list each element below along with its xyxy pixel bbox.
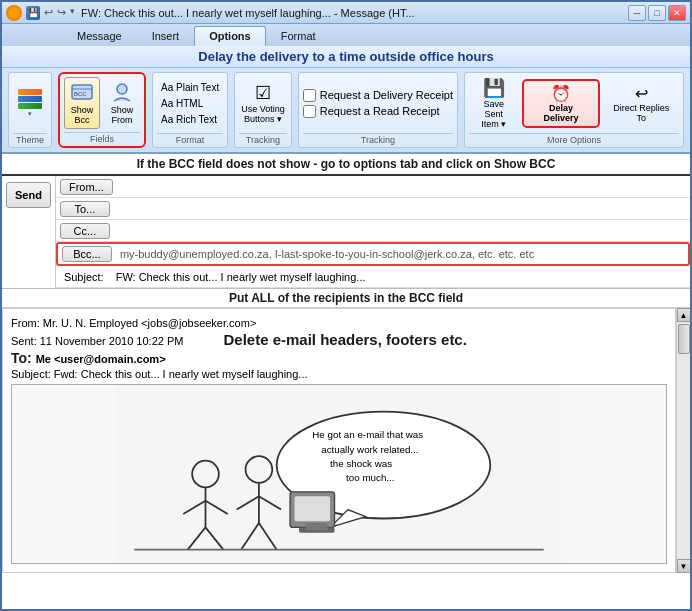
subject-row: Subject: xyxy=(56,266,690,288)
tracking-group: Request a Delivery Receipt Request a Rea… xyxy=(298,72,458,148)
subject-line: Subject: Fwd: Check this out... I nearly… xyxy=(11,368,667,380)
voting-button[interactable]: ☑ Use VotingButtons ▾ xyxy=(239,80,287,126)
from-input[interactable] xyxy=(117,179,690,195)
comic-area: He got an e-mail that was actually work … xyxy=(11,384,667,564)
fields-buttons: BCC ShowBcc ShowFrom xyxy=(64,76,140,130)
show-from-button[interactable]: ShowFrom xyxy=(104,77,140,129)
undo-icon[interactable]: ↩ xyxy=(44,6,53,20)
svg-rect-26 xyxy=(306,523,327,530)
delay-delivery-button[interactable]: ⏰ Delay Delivery xyxy=(522,79,599,128)
tab-format[interactable]: Format xyxy=(266,26,331,46)
bcc-row: Bcc... xyxy=(56,242,690,266)
html-button[interactable]: Aa HTML xyxy=(157,96,207,111)
bcc-input[interactable] xyxy=(116,246,688,262)
maximize-button[interactable]: □ xyxy=(648,5,666,21)
format-group: Aa Plain Text Aa HTML Aa Rich Text Forma… xyxy=(152,72,228,148)
show-bcc-button[interactable]: BCC ShowBcc xyxy=(64,77,100,129)
tab-row: Message Insert Options Format xyxy=(2,24,690,46)
voting-icon: ☑ xyxy=(255,82,271,104)
email-header: From: Mr. U. N. Employed <jobs@jobseeker… xyxy=(11,317,667,380)
svg-rect-24 xyxy=(295,496,331,521)
to-row: To... xyxy=(56,198,690,220)
read-receipt-row: Request a Read Receipt xyxy=(303,105,440,118)
format-label: Format xyxy=(157,133,223,145)
send-button[interactable]: Send xyxy=(6,182,51,208)
window-title: FW: Check this out... I nearly wet mysel… xyxy=(81,7,628,19)
voting-group: ☑ Use VotingButtons ▾ Tracking xyxy=(234,72,292,148)
cc-button[interactable]: Cc... xyxy=(60,223,110,239)
direct-replies-button[interactable]: ↩ Direct Replies To xyxy=(604,82,679,125)
format-buttons: Aa Plain Text Aa HTML Aa Rich Text xyxy=(157,75,223,131)
bcc-annotation-text: If the BCC field does not show - go to o… xyxy=(137,157,556,171)
show-from-icon xyxy=(109,80,135,106)
tab-insert[interactable]: Insert xyxy=(137,26,195,46)
delay-annotation-text: Delay the delivery to a time outside off… xyxy=(198,49,493,64)
plain-text-button[interactable]: Aa Plain Text xyxy=(157,80,223,95)
read-receipt-label: Request a Read Receipt xyxy=(320,105,440,117)
rich-text-button[interactable]: Aa Rich Text xyxy=(157,112,221,127)
send-btn-area: Send xyxy=(2,176,56,288)
dropdown-icon[interactable]: ▾ xyxy=(70,6,75,20)
theme-label: Theme xyxy=(13,133,47,145)
delivery-receipt-row: Request a Delivery Receipt xyxy=(303,89,453,102)
voting-content: ☑ Use VotingButtons ▾ xyxy=(239,75,287,131)
tab-message[interactable]: Message xyxy=(62,26,137,46)
show-bcc-icon: BCC xyxy=(69,80,95,106)
scrollbar-thumb[interactable] xyxy=(678,324,690,354)
delay-annotation-banner: Delay the delivery to a time outside off… xyxy=(2,46,690,68)
ribbon: Message Insert Options Format Delay the … xyxy=(2,24,690,154)
comic-image: He got an e-mail that was actually work … xyxy=(12,385,666,563)
theme-icon[interactable]: ▾ xyxy=(18,89,42,118)
show-from-label: ShowFrom xyxy=(111,106,134,126)
from-line: From: Mr. U. N. Employed <jobs@jobseeker… xyxy=(11,317,667,329)
delivery-receipt-checkbox[interactable] xyxy=(303,89,316,102)
tracking-label: Tracking xyxy=(239,133,287,145)
scroll-down-button[interactable]: ▼ xyxy=(677,559,691,573)
redo-icon[interactable]: ↪ xyxy=(57,6,66,20)
to-value: Me <user@domain.com> xyxy=(36,353,166,365)
to-line: To: Me <user@domain.com> xyxy=(11,350,667,366)
cc-row: Cc... xyxy=(56,220,690,242)
delete-annotation: Delete e-mail headers, footers etc. xyxy=(223,331,466,348)
svg-point-3 xyxy=(117,84,127,94)
sent-line: Sent: 11 November 2010 10:22 PM xyxy=(11,335,183,347)
tab-options[interactable]: Options xyxy=(194,26,266,46)
cc-input[interactable] xyxy=(114,223,690,239)
recipients-annotation: Put ALL of the recipients in the BCC fie… xyxy=(2,289,690,308)
theme-icon-area: ▾ xyxy=(18,75,42,131)
subject-input[interactable] xyxy=(112,269,690,285)
quick-access: 💾 ↩ ↪ ▾ xyxy=(26,6,75,20)
voting-label: Use VotingButtons ▾ xyxy=(241,104,285,124)
close-button[interactable]: ✕ xyxy=(668,5,686,21)
to-input[interactable] xyxy=(114,201,690,217)
svg-text:He got an e-mail that was: He got an e-mail that was xyxy=(312,429,423,440)
fields-group: BCC ShowBcc ShowFrom Fields xyxy=(58,72,146,148)
from-button[interactable]: From... xyxy=(60,179,113,195)
more-options-content: 💾 Save SentItem ▾ ⏰ Delay Delivery ↩ Dir… xyxy=(469,75,679,131)
direct-replies-label: Direct Replies To xyxy=(608,103,675,123)
tracking-checkboxes: Request a Delivery Receipt Request a Rea… xyxy=(303,75,453,131)
read-receipt-checkbox[interactable] xyxy=(303,105,316,118)
subject-label: Subject: xyxy=(56,269,112,285)
bcc-annotation: If the BCC field does not show - go to o… xyxy=(2,154,690,176)
to-button[interactable]: To... xyxy=(60,201,110,217)
more-options-group: 💾 Save SentItem ▾ ⏰ Delay Delivery ↩ Dir… xyxy=(464,72,684,148)
delay-delivery-icon: ⏰ xyxy=(551,84,571,103)
delivery-receipt-label: Request a Delivery Receipt xyxy=(320,89,453,101)
bcc-button[interactable]: Bcc... xyxy=(62,246,112,262)
minimize-button[interactable]: ─ xyxy=(628,5,646,21)
svg-text:too much...: too much... xyxy=(346,472,394,483)
scroll-up-button[interactable]: ▲ xyxy=(677,308,691,322)
bcc-row-container: Bcc... xyxy=(56,242,690,266)
show-bcc-label: ShowBcc xyxy=(71,106,94,126)
from-row: From... xyxy=(56,176,690,198)
save-icon[interactable]: 💾 xyxy=(26,6,40,20)
sent-row: Sent: 11 November 2010 10:22 PM Delete e… xyxy=(11,331,667,348)
title-bar: 💾 ↩ ↪ ▾ FW: Check this out... I nearly w… xyxy=(2,2,690,24)
theme-group: ▾ Theme xyxy=(8,72,52,148)
save-sent-icon: 💾 xyxy=(483,77,505,99)
tracking-group-label: Tracking xyxy=(303,133,453,145)
svg-text:actually work related...: actually work related... xyxy=(321,444,418,455)
save-sent-button[interactable]: 💾 Save SentItem ▾ xyxy=(469,75,518,131)
svg-text:BCC: BCC xyxy=(74,91,87,97)
